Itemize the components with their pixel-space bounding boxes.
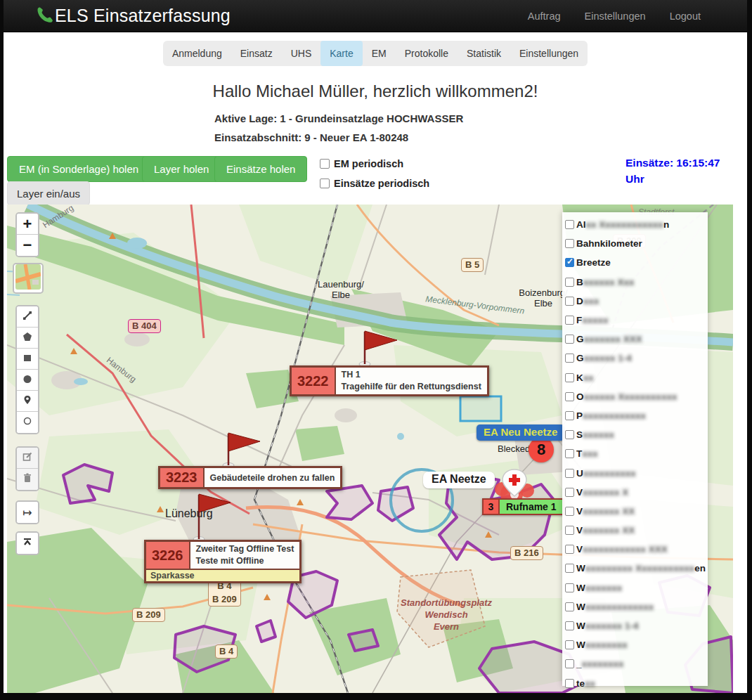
layer-checkbox[interactable] bbox=[565, 354, 574, 363]
brand[interactable]: ELS Einsatzerfassung bbox=[34, 5, 231, 27]
layer-item-2[interactable]: Breetze bbox=[565, 253, 708, 272]
layer-item-18[interactable]: Wxxxxxxxxx Xxxxxxxxxxxen bbox=[565, 559, 708, 578]
layer-item-16[interactable]: Vxxxxxxx XX bbox=[565, 521, 708, 540]
layer-item-9[interactable]: Oxxxxxx Xxxxxxxxxxx bbox=[565, 387, 708, 406]
einsaetze-periodisch-checkbox[interactable] bbox=[320, 179, 330, 188]
layer-item-15[interactable]: Vxxxxxxx XX bbox=[565, 502, 708, 521]
map[interactable]: Hamburg Hamburg Stadtforst Lauenburg/Elb… bbox=[7, 205, 733, 693]
layer-item-12[interactable]: Txxx bbox=[565, 444, 708, 463]
layer-item-11[interactable]: Sxxxxxx bbox=[565, 425, 708, 444]
layer-item-6[interactable]: Gxxxxxxx XXX bbox=[565, 330, 708, 349]
incident-3222[interactable]: 3222 TH 1 Tragehilfe für den Rettungsdie… bbox=[290, 365, 489, 396]
fetch-em-button[interactable]: EM (in Sonderlage) holen bbox=[7, 156, 150, 182]
layer-checkbox[interactable] bbox=[565, 392, 574, 401]
layer-checkbox[interactable] bbox=[565, 640, 574, 649]
layer-checkbox[interactable] bbox=[565, 469, 574, 478]
draw-circle-button[interactable] bbox=[17, 370, 38, 391]
edit-toolbar bbox=[15, 446, 39, 491]
navbar-link-einstellungen[interactable]: Einstellungen bbox=[585, 11, 646, 22]
incident-3226[interactable]: 3226 Zweiter Tag Offline Test Teste mit … bbox=[144, 540, 302, 583]
layer-item-8[interactable]: Kxx bbox=[565, 368, 708, 387]
em-periodisch-checkbox-row[interactable]: EM periodisch bbox=[320, 158, 403, 169]
tab-uhs[interactable]: UHS bbox=[282, 41, 321, 66]
layer-item-21[interactable]: Wxxxxxxx 1-4 bbox=[565, 616, 708, 635]
zoom-in-button[interactable]: + bbox=[17, 214, 38, 235]
layer-checkbox[interactable] bbox=[565, 545, 574, 554]
layer-checkbox[interactable] bbox=[565, 335, 574, 344]
layer-checkbox[interactable] bbox=[565, 278, 574, 287]
em-periodisch-checkbox[interactable] bbox=[320, 159, 330, 169]
fetch-einsaetze-button[interactable]: Einsätze holen bbox=[214, 156, 307, 182]
layer-item-0[interactable]: Alxx Xxxxxxxxxxxxn bbox=[565, 215, 708, 234]
layer-item-24[interactable]: texx bbox=[565, 674, 708, 693]
layer-checkbox[interactable] bbox=[565, 526, 574, 535]
layer-checkbox[interactable] bbox=[565, 583, 574, 592]
layers-control-button[interactable] bbox=[13, 263, 44, 294]
layer-item-10[interactable]: Pxxxxxxxxxxxx bbox=[565, 406, 708, 425]
unit-count: 3 bbox=[484, 500, 500, 514]
layer-item-20[interactable]: Wxxxxxxxxxxxxx bbox=[565, 597, 708, 616]
layer-item-3[interactable]: Bxxxxxx Xxx bbox=[565, 273, 708, 292]
ea-neu-neetze-label[interactable]: EA Neu Neetze bbox=[477, 424, 564, 441]
draw-polygon-button[interactable] bbox=[17, 328, 38, 349]
layer-label: Vxxxxxxx XX bbox=[576, 506, 635, 517]
layer-checkbox[interactable] bbox=[565, 258, 574, 267]
edit-layers-button[interactable] bbox=[17, 448, 38, 469]
layer-item-5[interactable]: Fxxxxx bbox=[565, 311, 708, 330]
layer-checkbox[interactable] bbox=[565, 316, 574, 325]
zoom-out-button[interactable]: − bbox=[17, 235, 38, 256]
layer-checkbox[interactable] bbox=[565, 411, 574, 420]
layer-checkbox[interactable] bbox=[565, 449, 574, 458]
tabbar-row: AnmeldungEinsatzUHSKarteEMProtokolleStat… bbox=[4, 41, 747, 66]
layer-item-22[interactable]: Wxxxxxxxx bbox=[565, 635, 708, 654]
layer-item-17[interactable]: Vxxxxxxxxxxxx XXX bbox=[565, 540, 708, 559]
unit-badge[interactable]: 3 Rufname 1 bbox=[482, 498, 564, 515]
layer-checkbox[interactable] bbox=[565, 659, 574, 668]
layer-toggle-button[interactable]: Layer ein/aus bbox=[7, 181, 90, 205]
layer-checkbox[interactable] bbox=[565, 564, 574, 573]
layer-checkbox[interactable] bbox=[565, 430, 574, 439]
fetch-layer-button[interactable]: Layer holen bbox=[142, 156, 221, 182]
layer-checkbox[interactable] bbox=[565, 373, 574, 382]
layer-item-23[interactable]: _xxxxxxxx bbox=[565, 654, 708, 673]
layer-item-14[interactable]: Vxxxxxxx X bbox=[565, 483, 708, 502]
tab-einstellungen[interactable]: Einstellungen bbox=[510, 41, 588, 66]
ea-neetze-label[interactable]: EA Neetze bbox=[423, 472, 495, 488]
layer-item-1[interactable]: Bahnkilometer bbox=[565, 234, 708, 253]
incident-footer: Sparkasse bbox=[146, 569, 299, 581]
layer-checkbox[interactable] bbox=[565, 507, 574, 516]
draw-polyline-button[interactable] bbox=[17, 306, 38, 328]
unit-name: Rufname 1 bbox=[500, 500, 563, 514]
einsaetze-periodisch-checkbox-row[interactable]: Einsätze periodisch bbox=[320, 178, 429, 189]
draw-marker-button[interactable] bbox=[17, 391, 38, 412]
layer-checkbox[interactable] bbox=[565, 297, 574, 306]
tab-em[interactable]: EM bbox=[363, 41, 396, 66]
layer-checkbox[interactable] bbox=[565, 220, 574, 229]
layer-checkbox[interactable] bbox=[565, 488, 574, 497]
tab-karte[interactable]: Karte bbox=[320, 41, 362, 66]
cluster-badge[interactable]: 8 bbox=[529, 437, 554, 462]
tab-anmeldung[interactable]: Anmeldung bbox=[163, 41, 231, 66]
draw-rectangle-button[interactable] bbox=[17, 349, 38, 370]
navbar-link-auftrag[interactable]: Auftrag bbox=[528, 11, 561, 22]
tab-statistik[interactable]: Statistik bbox=[458, 41, 510, 66]
tab-einsatz[interactable]: Einsatz bbox=[231, 41, 282, 66]
tab-protokolle[interactable]: Protokolle bbox=[396, 41, 458, 66]
layer-item-4[interactable]: Dxxx bbox=[565, 292, 708, 311]
rectangle-icon bbox=[22, 352, 33, 366]
layer-item-7[interactable]: Gxxxxxx 1-4 bbox=[565, 349, 708, 368]
layer-checkbox[interactable] bbox=[565, 621, 574, 630]
layer-checkbox[interactable] bbox=[565, 679, 574, 688]
incident-3223[interactable]: 3223 Gebäudeteile drohen zu fallen bbox=[158, 466, 342, 489]
layer-checkbox[interactable] bbox=[565, 602, 574, 611]
navbar-link-logout[interactable]: Logout bbox=[670, 11, 701, 22]
draw-circlemarker-button[interactable] bbox=[17, 412, 38, 433]
layer-checkbox[interactable] bbox=[565, 239, 574, 248]
collapse-button[interactable] bbox=[17, 533, 38, 554]
layer-label: Wxxxxxxxxxxxxx bbox=[576, 602, 654, 612]
layer-item-13[interactable]: Uxxxxxxxxxx bbox=[565, 463, 708, 482]
layer-item-19[interactable]: Wxxxxxxx bbox=[565, 578, 708, 597]
delete-layers-button[interactable] bbox=[17, 469, 38, 490]
measure-button[interactable]: ↦ bbox=[17, 502, 38, 523]
page-title: Hallo Michael Müller, herzlich willkomme… bbox=[4, 82, 747, 101]
